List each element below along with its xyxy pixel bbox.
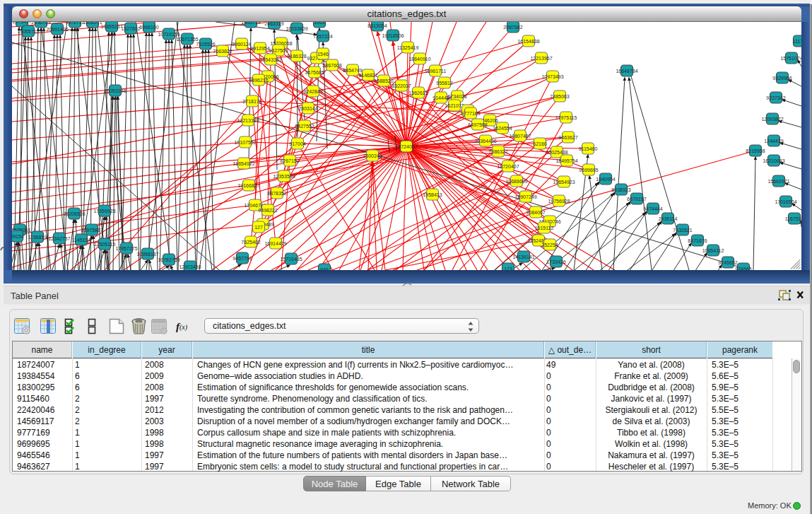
svg-text:8267150: 8267150	[280, 158, 299, 163]
svg-text:2300243: 2300243	[363, 153, 382, 158]
svg-text:16210643: 16210643	[763, 158, 784, 163]
svg-text:7632621: 7632621	[673, 228, 692, 233]
svg-text:9115460: 9115460	[579, 146, 598, 151]
svg-text:6679197: 6679197	[627, 197, 646, 201]
svg-text:12213967: 12213967	[530, 56, 552, 61]
svg-text:9498222: 9498222	[258, 208, 277, 213]
svg-text:(x): (x)	[180, 323, 188, 332]
svg-text:1145194: 1145194	[72, 238, 91, 243]
svg-text:9329966: 9329966	[772, 76, 792, 81]
svg-text:9699695: 9699695	[579, 168, 598, 173]
svg-text:15692971: 15692971	[767, 179, 789, 184]
svg-text:1640954: 1640954	[596, 177, 615, 182]
svg-text:8960124: 8960124	[232, 42, 251, 47]
svg-text:9474444: 9474444	[643, 206, 662, 211]
svg-text:10671355: 10671355	[176, 37, 198, 42]
svg-text:3624554: 3624554	[493, 126, 512, 131]
svg-text:7485063: 7485063	[550, 94, 569, 99]
svg-text:1588520: 1588520	[374, 78, 393, 83]
svg-text:1156819: 1156819	[28, 235, 47, 240]
svg-text:14136141: 14136141	[512, 255, 534, 259]
svg-text:9457791: 9457791	[233, 256, 252, 261]
svg-text:10688609: 10688609	[505, 179, 527, 184]
svg-text:10654112: 10654112	[702, 248, 724, 253]
svg-text:16543382: 16543382	[259, 57, 281, 62]
svg-text:16782759: 16782759	[158, 257, 180, 262]
svg-text:2087682: 2087682	[503, 25, 522, 30]
svg-text:8215958: 8215958	[746, 148, 765, 153]
svg-text:19055712: 19055712	[17, 29, 39, 34]
svg-text:16914479: 16914479	[264, 241, 286, 246]
svg-text:1373417: 1373417	[12, 22, 31, 24]
svg-text:17975115: 17975115	[555, 115, 577, 120]
svg-text:7386322: 7386322	[488, 149, 507, 154]
svg-text:16154838: 16154838	[517, 39, 539, 44]
svg-text:1527602: 1527602	[121, 26, 140, 31]
svg-text:10807487: 10807487	[509, 134, 531, 139]
svg-text:8454749: 8454749	[343, 68, 362, 73]
svg-text:8938923: 8938923	[611, 187, 630, 192]
svg-text:16648784: 16648784	[616, 69, 637, 74]
svg-text:8813054: 8813054	[367, 23, 387, 28]
svg-text:2867608: 2867608	[322, 63, 341, 68]
svg-text:8427552: 8427552	[295, 124, 314, 129]
svg-text:917004: 917004	[289, 141, 305, 146]
svg-text:9777169: 9777169	[461, 111, 480, 116]
svg-text:20691406: 20691406	[46, 27, 68, 32]
svg-text:16961711: 16961711	[425, 69, 447, 74]
svg-text:20206526: 20206526	[63, 211, 85, 216]
svg-text:2935114: 2935114	[659, 216, 678, 221]
svg-text:18724007: 18724007	[395, 144, 417, 149]
svg-text:10719155: 10719155	[158, 32, 180, 37]
svg-text:1621072: 1621072	[445, 103, 464, 108]
svg-text:1546: 1546	[317, 52, 329, 57]
svg-text:1615112: 1615112	[535, 226, 554, 230]
svg-text:20364436: 20364436	[474, 139, 496, 144]
svg-text:914448: 914448	[433, 95, 449, 100]
svg-text:6497568: 6497568	[468, 122, 487, 127]
svg-text:18907249: 18907249	[514, 194, 536, 199]
svg-text:8471676: 8471676	[688, 238, 707, 243]
svg-text:9245652: 9245652	[718, 260, 737, 265]
svg-text:39154: 39154	[12, 234, 24, 239]
svg-text:7625402: 7625402	[241, 240, 260, 245]
svg-text:9896216: 9896216	[249, 78, 268, 83]
svg-text:16033809: 16033809	[286, 26, 307, 31]
svg-text:11325419: 11325419	[397, 45, 419, 50]
svg-text:1733426: 1733426	[546, 259, 565, 264]
svg-text:8322037: 8322037	[392, 83, 411, 88]
svg-text:11171: 11171	[793, 39, 801, 44]
svg-text:15716485: 15716485	[280, 257, 302, 262]
svg-text:1958413: 1958413	[423, 192, 442, 197]
svg-text:6734028: 6734028	[447, 94, 466, 99]
svg-text:19166827: 19166827	[237, 183, 259, 188]
svg-text:12353594: 12353594	[273, 174, 295, 179]
svg-text:8878352: 8878352	[267, 191, 286, 196]
svg-text:20053346: 20053346	[104, 88, 126, 93]
svg-text:1063: 1063	[314, 22, 325, 25]
svg-text:9463627: 9463627	[558, 135, 577, 140]
svg-text:10107552: 10107552	[234, 140, 256, 145]
svg-text:12093872: 12093872	[761, 117, 783, 122]
svg-text:18720407: 18720407	[497, 164, 519, 169]
svg-text:18640910: 18640910	[408, 57, 430, 62]
svg-text:12213389: 12213389	[237, 118, 259, 123]
svg-text:252254: 252254	[541, 243, 558, 247]
svg-text:19756928: 19756928	[548, 199, 570, 204]
svg-text:17957275: 17957275	[115, 246, 137, 251]
svg-text:2803144: 2803144	[298, 106, 317, 111]
svg-text:7515526: 7515526	[196, 42, 215, 47]
svg-text:10973493: 10973493	[541, 74, 563, 79]
svg-text:2063319: 2063319	[264, 22, 283, 26]
svg-text:3675685: 3675685	[305, 70, 324, 75]
svg-text:9327503: 9327503	[269, 48, 288, 53]
svg-text:10975887: 10975887	[81, 228, 102, 233]
svg-text:17359928: 17359928	[93, 209, 115, 214]
svg-text:1244419: 1244419	[764, 139, 783, 144]
svg-text:10958187: 10958187	[136, 252, 158, 257]
svg-text:19218506: 19218506	[382, 33, 404, 38]
svg-text:1806571: 1806571	[83, 22, 102, 25]
svg-text:12505115: 12505115	[94, 242, 116, 247]
svg-text:7357224: 7357224	[313, 34, 332, 39]
svg-text:9572712: 9572712	[65, 22, 84, 25]
